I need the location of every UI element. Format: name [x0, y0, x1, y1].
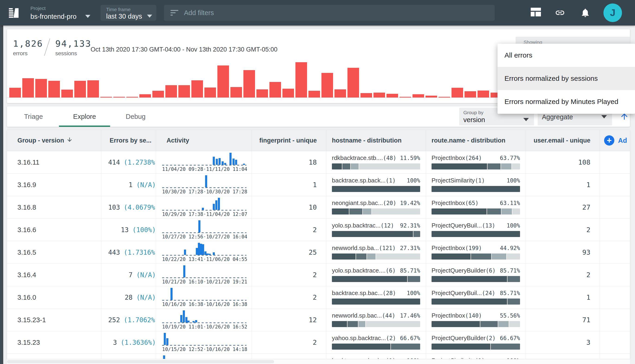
cell-add-column-spacer [600, 331, 630, 354]
histogram-bar[interactable] [204, 88, 216, 98]
histogram-bar[interactable] [113, 97, 125, 98]
histogram-bar[interactable] [282, 89, 294, 98]
histogram-bar[interactable] [438, 97, 450, 98]
table-row[interactable]: 3.15.221(100%)1backtrace.sp.back...(1)10… [7, 354, 630, 359]
histogram-bar[interactable] [152, 91, 164, 98]
histogram-bar[interactable] [347, 68, 359, 98]
histogram-bar[interactable] [243, 70, 255, 98]
link-icon[interactable] [555, 8, 565, 18]
histogram-bar[interactable] [308, 91, 320, 98]
horizontal-scrollbar[interactable] [7, 359, 630, 364]
add-column-button[interactable]: +Ad [600, 130, 630, 151]
table-row[interactable]: 3.16.5443(1.7316%)10/22/20 13:41·11/06/2… [7, 241, 630, 264]
histogram-bar[interactable] [35, 79, 47, 98]
menu-item[interactable]: All errors [497, 44, 635, 67]
distribution-label: ProjectQueryBuil...(24)85.71% [431, 290, 520, 297]
column-header-6[interactable]: user.email - unique [526, 130, 600, 151]
histogram-bar[interactable] [165, 85, 177, 98]
histogram-bar[interactable] [386, 94, 398, 98]
cell-route-name-distribution: ProjectQueryBuil...(24)85.71% [426, 286, 526, 308]
histogram-bar[interactable] [295, 62, 307, 98]
histogram-bar[interactable] [230, 87, 242, 98]
group-by-chevron-down-icon [523, 118, 529, 121]
histogram-bar[interactable] [126, 97, 138, 98]
histogram-bar[interactable] [412, 94, 424, 98]
errors-percent: (4.0679%) [124, 204, 156, 211]
histogram-bar[interactable] [191, 80, 203, 98]
histogram-bar[interactable] [399, 97, 411, 98]
sparkline-bar [166, 338, 168, 345]
tab-triage[interactable]: Triage [8, 106, 59, 127]
distribution-count: (140) [465, 312, 482, 319]
backtrace-logo-icon[interactable] [8, 7, 20, 18]
histogram-bar[interactable] [451, 88, 463, 98]
distribution-percent: 63.77% [500, 155, 520, 161]
histogram-bar[interactable] [74, 81, 86, 98]
distribution-segment [372, 208, 420, 214]
table-row[interactable]: 3.16.028(N/A)10/16/20 16:38·10/16/20 16:… [7, 286, 630, 309]
table-row[interactable]: 3.15.233(1.3636%)10/15/20 12:52·10/16/20… [7, 331, 630, 354]
cell-errors: 443(1.7316%) [101, 241, 156, 264]
column-header-1[interactable]: Errors by se... [101, 130, 156, 151]
column-header-4[interactable]: hostname - distribution [326, 130, 426, 151]
table-row[interactable]: 3.16.91(N/A)10/30/20 17:28·10/30/20 17:2… [7, 174, 630, 196]
table-header-row: Group - versionErrors by se...Activityfi… [7, 130, 630, 151]
activity-start-date: 11/04/20 09:28 [162, 166, 203, 172]
timeframe-selector[interactable]: Time frame last 30 days [101, 5, 156, 21]
distribution-label: ProjectQueryBuilder(2)66.67% [431, 334, 520, 342]
sparkline-bar [219, 158, 221, 165]
table-row[interactable]: 3.16.8103(4.0679%)10/29/20 17:38·11/04/2… [7, 196, 630, 219]
column-header-3[interactable]: fingerprint - unique [252, 130, 326, 151]
histogram-bar[interactable] [178, 85, 190, 98]
project-selector[interactable]: Project bs-frontend-pro [31, 6, 77, 20]
distribution-percent: 85.71% [400, 268, 420, 274]
histogram-bar[interactable] [477, 90, 489, 98]
tab-debug[interactable]: Debug [110, 106, 161, 127]
histogram-bar[interactable] [217, 66, 229, 98]
histogram-bar[interactable] [139, 94, 151, 98]
user-avatar[interactable]: J [603, 4, 622, 22]
activity-end-date: 11/11/20 11:04 [206, 166, 247, 172]
histogram-bar[interactable] [373, 92, 385, 98]
histogram-bar[interactable] [334, 90, 346, 98]
project-chevron-down-icon[interactable] [85, 15, 90, 18]
cell-hostname-distribution: neongiant.sp.bac...(20)19.42% [326, 196, 426, 218]
histogram-bar[interactable] [269, 82, 281, 98]
table-row[interactable]: 3.16.613(100%)10/27/20 12:56·10/27/20 16… [7, 219, 630, 241]
histogram-bar[interactable] [256, 90, 268, 98]
histogram-bar[interactable] [9, 88, 21, 98]
histogram-bar[interactable] [61, 90, 73, 98]
tab-explore[interactable]: Explore [59, 106, 110, 127]
dashboard-layout-icon[interactable] [531, 8, 541, 18]
column-header-2[interactable]: Activity [156, 130, 252, 151]
menu-item[interactable]: Errors normalized by Minutes Played [497, 90, 635, 113]
histogram-bar[interactable] [48, 81, 60, 98]
histogram-bar[interactable] [425, 96, 437, 98]
histogram-bar[interactable] [87, 80, 99, 98]
column-header-5[interactable]: route.name - distribution [426, 130, 526, 151]
menu-item[interactable]: Errors normalized by sessions [497, 67, 635, 90]
sort-descending-icon[interactable] [67, 136, 73, 144]
histogram-bar[interactable] [464, 91, 476, 98]
cell-errors: 7(N/A) [101, 264, 156, 286]
table-row[interactable]: 3.16.47(N/A)10/21/20 16:10·10/21/20 19:2… [7, 264, 630, 286]
notifications-bell-icon[interactable] [580, 8, 590, 18]
distribution-label: ProjectInbox(65)63.11% [431, 200, 520, 206]
histogram-bar[interactable] [321, 73, 333, 98]
column-header-0[interactable]: Group - version [7, 130, 101, 151]
table-row[interactable]: 3.15.23-1252(1.7062%)10/19/20 11:01·10/2… [7, 309, 630, 331]
activity-start-date: 10/16/20 16:38 [162, 302, 203, 307]
histogram-bar[interactable] [22, 78, 34, 98]
scrollbar-thumb[interactable] [7, 360, 274, 363]
table-row[interactable]: 3.16.11414(1.2738%)11/04/20 09:28·11/11/… [7, 151, 630, 174]
errors-histogram[interactable] [9, 60, 581, 98]
activity-start-date: 10/15/20 12:52 [162, 346, 203, 352]
distribution-count: (12) [381, 222, 394, 229]
cell-fingerprint-unique: 2 [252, 219, 326, 241]
errors-count: 28 [108, 294, 133, 301]
distribution-segment [391, 344, 420, 350]
histogram-bar[interactable] [360, 93, 372, 98]
filters-input[interactable]: Add filters [164, 5, 495, 21]
cell-group-version: 3.16.8 [7, 196, 101, 218]
histogram-bar[interactable] [100, 97, 112, 98]
